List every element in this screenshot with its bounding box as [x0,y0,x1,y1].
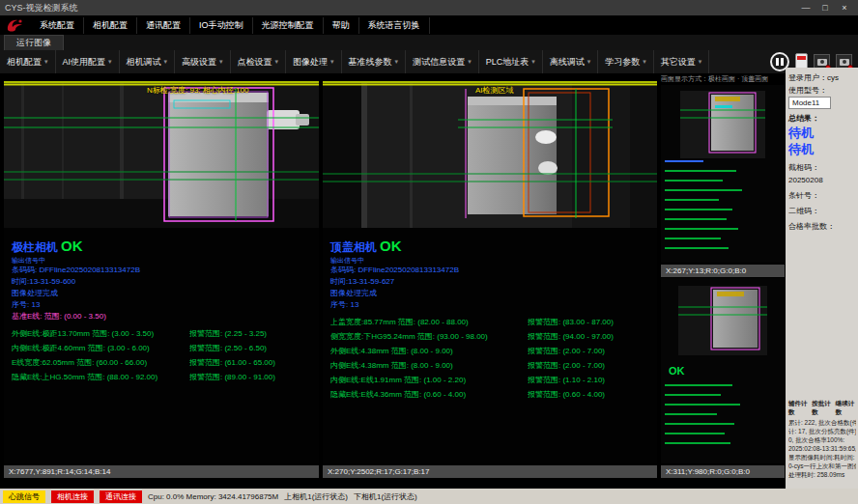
total-result-line-1: 待机 [788,125,855,141]
measurement-alarm: 报警范围: (2.00 - 7.00) [528,344,649,358]
measurement-value: E线宽度:62.05mm 范围: (60.00 - 66.00) [12,355,189,370]
right-camera-coordinates: X:270;Y:2502;R:17;G:17;B:17 [323,465,657,478]
app-window: CYS-视觉检测系统 — □ × 系统配置 相机配置 通讯配置 IO手动控制 光… [0,0,858,504]
left-sequence: 序号: 13 [12,299,311,311]
measurement-row: 内侧E线:4.38mm 范围: (8.00 - 9.00)报警范围: (2.00… [330,358,649,373]
close-button[interactable]: × [836,2,853,14]
measurement-row: 内侧E线:E线1.91mm 范围: (1.00 - 2.20)报警范围: (1.… [330,373,649,387]
qr-code-label: 二维码： [788,205,855,217]
lower-camera-state: 下相机1(运行状态) [354,491,417,502]
menu-item-system-config[interactable]: 系统配置 [31,17,84,34]
tool-label: 图像处理 [293,56,328,69]
stats-line: 显示图像耗时间:耗时间: [788,453,856,462]
right-camera-view[interactable]: AI检测区域 [323,83,657,228]
chevron-down-icon: ▾ [330,58,334,66]
camera-icon [817,59,827,66]
minimize-button[interactable]: — [797,2,815,14]
measurement-value: 内侧E线:4.38mm 范围: (8.00 - 9.00) [330,358,528,373]
model-select[interactable]: Mode11 [788,97,831,109]
measurement-value: 内侧E线:E线1.91mm 范围: (1.00 - 2.20) [330,373,528,387]
tool-label: 其它设置 [661,56,696,69]
tool-baseline-params[interactable]: 基准线参数▾ [342,50,407,73]
measurement-value: 隐藏E线:E线4.36mm 范围: (0.60 - 4.00) [330,387,528,402]
status-bar: 心跳信号 相机连接 通讯连接 Cpu: 0.0% Memory: 3424.41… [0,489,858,504]
stats-tab-batch-count[interactable]: 按批计数 [812,399,832,416]
capture-code-label: 截相码： [788,163,819,172]
app-logo-icon [4,16,27,34]
tool-offline-debug[interactable]: 离线调试▾ [543,50,599,73]
chevron-down-icon: ▾ [587,58,591,66]
tool-label: 高级设置 [182,56,216,69]
stats-line: 处理耗时: 258.09ms [788,470,856,479]
total-result-label: 总结果： [788,112,855,125]
measurement-value: 上盖宽度:85.77mm 范围: (82.00 - 88.00) [330,315,528,329]
tool-camera-config[interactable]: 相机配置▾ [0,50,56,73]
measurement-alarm: 报警范围: (2.00 - 7.00) [528,358,649,373]
left-camera-panel: N标检:宽度: 93; 相心内径:100 极柱相机 OK 输出信号中 条码码: … [4,81,319,463]
tool-spot-check[interactable]: 点检设置▾ [231,50,287,73]
menu-item-io-manual-control[interactable]: IO手动控制 [190,17,253,34]
measurement-row: 隐藏E线:上HG.50mm 范围: (88.00 - 92.00)报警范围: (… [12,370,311,384]
stats-tab-continue-count[interactable]: 继续计数 [836,399,856,416]
right-time: 时间:13-31-59-627 [330,276,649,288]
measurement-alarm: 报警范围: (61.00 - 65.00) [189,355,311,370]
stats-line: 计: 17, 批次分拣亮数(件): [788,427,856,435]
chevron-down-icon: ▾ [164,58,168,66]
preview-camera-bottom[interactable]: OK [661,278,785,463]
title-bar: CYS-视觉检测系统 — □ × [0,0,858,15]
menu-item-language-switch[interactable]: 系统语言切换 [359,17,430,34]
stats-tab-accessory-count[interactable]: 辅件计数 [788,399,809,416]
measurement-alarm: 报警范围: (2.25 - 3.25) [189,326,311,341]
measurement-alarm: 报警范围: (0.60 - 4.00) [528,387,649,402]
menu-item-light-control-config[interactable]: 光源控制配置 [253,17,324,34]
tool-plc-address-table[interactable]: PLC地址表▾ [479,50,543,73]
right-output-status: 输出信号中 [330,256,649,265]
tool-other-settings[interactable]: 其它设置▾ [654,50,710,73]
product-part [468,97,557,214]
chevron-down-icon: ▾ [699,58,702,66]
measurement-value: 内侧E线:极距4.60mm 范围: (3.00 - 6.00) [12,341,189,355]
tool-learning-params[interactable]: 学习参数▾ [598,50,654,73]
chevron-down-icon: ▾ [643,58,646,66]
pause-icon [781,58,784,66]
product-part [168,93,269,216]
tool-image-processing[interactable]: 图像处理▾ [286,50,342,73]
tool-test-info-settings[interactable]: 测试信息设置▾ [406,50,479,73]
signal-tower-icon [797,56,806,60]
tool-ai-usage-config[interactable]: AI使用配置▾ [56,50,120,73]
upper-camera-state: 上相机1(运行状态) [284,491,348,502]
tab-run-image[interactable]: 运行图像 [4,35,64,51]
left-barcode: 条码码: DFFline2025020813313472B [12,265,311,276]
chevron-down-icon: ▾ [531,58,535,66]
menu-item-help[interactable]: 帮助 [324,17,359,34]
menu-item-camera-config[interactable]: 相机配置 [84,17,137,34]
tool-camera-debug[interactable]: 相机调试▾ [120,50,176,73]
preview-camera-top[interactable] [661,85,785,263]
menu-item-comm-config[interactable]: 通讯配置 [137,17,190,34]
right-barcode: 条码码: DFFline2025020813313472B [330,265,649,276]
chevron-down-icon: ▾ [44,58,48,66]
total-result-line-2: 待机 [788,141,855,157]
left-measurements: 外侧E线:极距13.70mm 范围: (3.00 - 3.50)报警范围: (2… [12,326,311,384]
maximize-button[interactable]: □ [816,2,834,14]
tool-label: AI使用配置 [63,56,106,69]
capture-code-value: 20250208 [788,176,823,184]
bar-needle-label: 条针号： [788,189,855,202]
measurement-row: 隐藏E线:E线4.36mm 范围: (0.60 - 4.00)报警范围: (0.… [330,387,649,402]
measurement-row: 侧宽宽度:下HG95.24mm 范围: (93.00 - 98.00)报警范围:… [330,329,649,344]
right-result-status: OK [380,238,402,254]
tool-advanced-settings[interactable]: 高级设置▾ [175,50,231,73]
camera-icon [840,59,849,66]
measurement-row: E线宽度:62.05mm 范围: (60.00 - 66.00)报警范围: (6… [12,355,311,370]
login-user-value: cys [827,73,839,82]
tool-label: 相机调试 [127,56,161,69]
measurement-row: 外侧E线:4.38mm 范围: (8.00 - 9.00)报警范围: (2.00… [330,344,649,358]
left-camera-view[interactable]: N标检:宽度: 93; 相心内径:100 [4,83,319,228]
menu-bar: 系统配置 相机配置 通讯配置 IO手动控制 光源控制配置 帮助 系统语言切换 [0,15,858,35]
tab-row: 运行图像 [0,35,858,50]
pause-icon [776,58,779,66]
measurement-value: 外侧E线:4.38mm 范围: (8.00 - 9.00) [330,344,528,358]
left-result-status: OK [61,238,83,254]
chevron-down-icon: ▾ [219,58,223,66]
measurement-alarm: 报警范围: (1.10 - 2.10) [528,373,649,387]
